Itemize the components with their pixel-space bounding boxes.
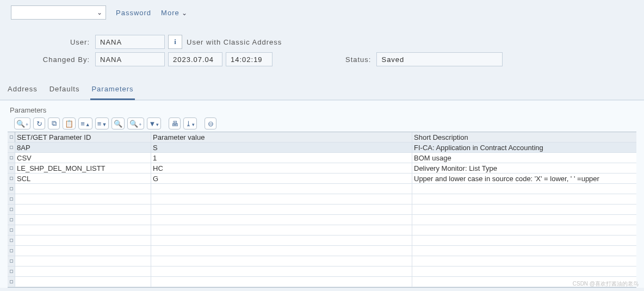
export-button[interactable]: ⤓▾ — [183, 117, 197, 129]
changed-by-field: NANA — [95, 52, 165, 66]
user-label: User: — [0, 38, 95, 46]
table-row[interactable] — [8, 267, 636, 277]
info-button[interactable]: i — [168, 35, 182, 49]
cell-parameter-id[interactable]: SCL — [15, 174, 151, 183]
sort-desc-button[interactable]: ≡▼ — [95, 117, 109, 129]
cell-short-description — [412, 256, 636, 266]
row-select-checkbox[interactable] — [8, 256, 15, 266]
find-button[interactable]: 🔍 — [112, 117, 125, 129]
cell-parameter-value[interactable] — [151, 267, 412, 276]
cell-parameter-id[interactable]: LE_SHP_DEL_MON_LISTT — [15, 163, 151, 173]
cell-parameter-value[interactable] — [151, 277, 412, 287]
column-parameter-value[interactable]: Parameter value — [151, 132, 412, 142]
table-row[interactable]: SCLGUpper and lower case in source code:… — [8, 174, 636, 184]
cell-parameter-value[interactable] — [151, 256, 412, 266]
table-row[interactable] — [8, 256, 636, 267]
sort-desc-icon: ≡▼ — [97, 120, 107, 128]
row-select-checkbox[interactable] — [8, 277, 15, 287]
status-field: Saved — [376, 52, 503, 66]
collapse-button[interactable]: ⊖ — [205, 117, 216, 129]
cell-short-description — [412, 246, 636, 256]
table-row[interactable] — [8, 184, 636, 194]
column-parameter-id[interactable]: SET/GET Parameter ID — [15, 132, 151, 142]
table-row[interactable] — [8, 246, 636, 256]
sort-asc-button[interactable]: ≡▲ — [78, 117, 92, 129]
more-button[interactable]: More ⌄ — [161, 9, 188, 17]
cell-parameter-value[interactable] — [151, 194, 412, 204]
cell-parameter-id[interactable] — [15, 256, 151, 266]
table-row[interactable] — [8, 277, 636, 287]
changed-date-field: 2023.07.04 — [168, 52, 222, 66]
cell-parameter-id[interactable] — [15, 225, 151, 235]
print-button[interactable]: 🖶 — [169, 117, 181, 129]
cell-parameter-value[interactable] — [151, 215, 412, 225]
cell-parameter-value[interactable]: G — [151, 174, 412, 183]
cell-parameter-id[interactable] — [15, 267, 151, 276]
cell-parameter-value[interactable]: HC — [151, 163, 412, 173]
row-select-checkbox[interactable] — [8, 205, 15, 214]
cell-short-description — [412, 215, 636, 225]
command-dropdown[interactable]: ⌄ — [11, 5, 106, 20]
changed-by-label: Changed By: — [0, 55, 95, 64]
cell-short-description — [412, 267, 636, 276]
cell-parameter-id[interactable] — [15, 246, 151, 256]
row-select-checkbox[interactable] — [8, 215, 15, 225]
cell-parameter-id[interactable]: CSV — [15, 153, 151, 163]
row-select-checkbox[interactable] — [8, 246, 15, 256]
cell-parameter-id[interactable]: 8AP — [15, 143, 151, 152]
select-all-checkbox[interactable] — [8, 132, 15, 142]
row-select-checkbox[interactable] — [8, 236, 15, 245]
cell-short-description — [412, 184, 636, 194]
cell-parameter-value[interactable] — [151, 184, 412, 194]
magnifier-next-icon: 🔍+ — [129, 120, 141, 128]
cell-parameter-id[interactable] — [15, 184, 151, 194]
chevron-down-icon: ⌄ — [97, 9, 102, 16]
cell-parameter-value[interactable] — [151, 236, 412, 245]
cell-parameter-value[interactable] — [151, 225, 412, 235]
table-row[interactable]: CSV1BOM usage — [8, 153, 636, 163]
cell-short-description: Upper and lower case in source code: 'X'… — [412, 174, 636, 183]
password-button[interactable]: Password — [116, 9, 151, 17]
cell-parameter-id[interactable] — [15, 236, 151, 245]
table-row[interactable] — [8, 194, 636, 205]
refresh-button[interactable]: ↻ — [33, 117, 45, 129]
row-select-checkbox[interactable] — [8, 194, 15, 204]
cell-parameter-id[interactable] — [15, 205, 151, 214]
table-row[interactable]: 8APSFI-CA: Application in Contract Accou… — [8, 143, 636, 153]
chevron-down-icon: ⌄ — [182, 9, 188, 17]
details-button[interactable]: 🔍+ — [14, 117, 30, 129]
tab-defaults[interactable]: Defaults — [48, 83, 81, 100]
row-select-checkbox[interactable] — [8, 174, 15, 183]
panel-title: Parameters — [0, 101, 644, 117]
tab-parameters[interactable]: Parameters — [90, 83, 134, 100]
row-select-checkbox[interactable] — [8, 153, 15, 163]
cell-parameter-id[interactable] — [15, 277, 151, 287]
paste-button[interactable]: 📋 — [63, 117, 76, 129]
user-field[interactable]: NANA — [95, 35, 165, 49]
cell-parameter-value[interactable]: 1 — [151, 153, 412, 163]
user-description: User with Classic Address — [187, 38, 282, 46]
table-row[interactable] — [8, 236, 636, 246]
table-row[interactable] — [8, 225, 636, 236]
filter-button[interactable]: ▼▾ — [147, 117, 162, 129]
table-row[interactable]: LE_SHP_DEL_MON_LISTTHCDelivery Monitor: … — [8, 163, 636, 174]
row-select-checkbox[interactable] — [8, 184, 15, 194]
tab-address[interactable]: Address — [7, 83, 39, 100]
table-row[interactable] — [8, 215, 636, 225]
column-short-description[interactable]: Short Description — [412, 132, 636, 142]
find-next-button[interactable]: 🔍+ — [127, 117, 144, 129]
minus-circle-icon: ⊖ — [208, 120, 214, 128]
row-select-checkbox[interactable] — [8, 225, 15, 235]
cell-short-description — [412, 205, 636, 214]
cell-parameter-value[interactable] — [151, 205, 412, 214]
cell-short-description — [412, 194, 636, 204]
cell-parameter-value[interactable] — [151, 246, 412, 256]
copy-button[interactable]: ⧉ — [48, 117, 60, 129]
table-row[interactable] — [8, 205, 636, 215]
row-select-checkbox[interactable] — [8, 143, 15, 152]
cell-parameter-id[interactable] — [15, 194, 151, 204]
cell-parameter-id[interactable] — [15, 215, 151, 225]
cell-parameter-value[interactable]: S — [151, 143, 412, 152]
row-select-checkbox[interactable] — [8, 267, 15, 276]
row-select-checkbox[interactable] — [8, 163, 15, 173]
